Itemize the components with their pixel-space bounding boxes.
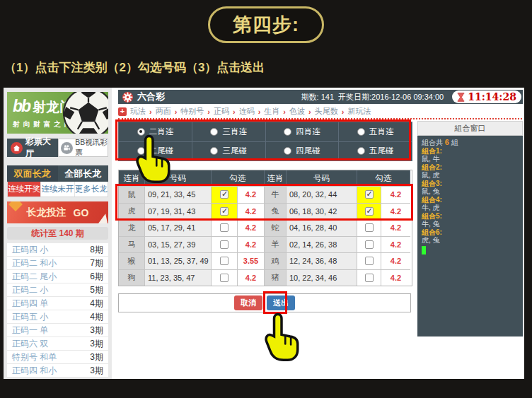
col-header: 号码 [145,170,212,186]
checkbox-icon[interactable] [365,274,374,282]
checkbox-icon[interactable] [365,223,374,232]
tab-two-side-dragon[interactable]: 双面长龙 [7,165,58,182]
checkbox-cell[interactable] [357,269,381,286]
bettype-5-zodiac[interactable]: 五肖连 [339,122,412,141]
checkbox-cell[interactable] [212,236,238,253]
checkbox-icon[interactable] [220,223,229,232]
odds-cell: 4.2 [238,219,265,236]
dragon-tabs: 双面长龙 全部长龙 [7,165,108,182]
dragon-subtabs: 连续开奖 连续未开 更多长龙 [7,182,108,197]
countdown-timer: 11:14:28 [452,90,521,103]
bettype-3-zodiac[interactable]: 三肖连 [192,122,265,141]
crumb-special[interactable]: 特别号 [180,106,204,117]
streak-count: 8期 [90,244,103,256]
checkbox-cell[interactable] [212,269,238,286]
odds-cell: 4.2 [381,203,410,220]
checkbox-icon[interactable] [220,240,229,249]
streak-count: 3期 [90,365,103,377]
timer-value: 11:14:28 [468,91,516,103]
streak-count: 3期 [90,351,103,363]
streak-row[interactable]: 正码五 小4期 [7,310,108,324]
submit-button[interactable]: 送出 [267,295,295,310]
odds-cell: 4.2 [381,219,410,236]
radio-icon[interactable] [284,128,291,136]
bettype-2-zodiac[interactable]: 二肖连 [119,122,192,141]
streak-row[interactable]: 特别号 和单3期 [7,351,108,364]
checkbox-cell[interactable] [212,252,238,269]
radio-icon[interactable] [137,147,145,155]
checkbox-cell[interactable] [212,203,238,220]
checkbox-icon[interactable] [220,274,229,282]
zodiac-cell: 羊 [265,236,287,253]
combo-label: 組合4: [422,196,519,204]
tab-all-dragon[interactable]: 全部长龙 [58,165,109,182]
streak-count: 4期 [90,298,103,310]
soccer-ball-icon [62,92,108,134]
crumb-zhengma[interactable]: 正码 [214,106,229,117]
streak-row[interactable]: 正码一 单3期 [7,324,108,337]
bettype-4-zodiac[interactable]: 四肖连 [266,122,339,141]
radio-icon[interactable] [137,128,145,136]
radio-icon[interactable] [357,147,365,155]
checkbox-cell[interactable] [357,219,381,236]
subtab-more-dragon[interactable]: 更多长龙 [74,182,108,197]
dragon-bet-banner[interactable]: 长龙投注 GO [7,201,108,223]
crumb-zodiac[interactable]: 生肖 [264,106,279,117]
cancel-button[interactable]: 取消 [234,295,262,310]
streak-row[interactable]: 正码四 单4期 [7,297,108,310]
crumb-two-sides[interactable]: 两面 [156,106,171,117]
checkbox-cell[interactable] [357,236,381,253]
zodiac-cell: 虎 [119,203,145,220]
streak-count: 3期 [90,338,103,350]
streak-row[interactable]: 正码六 双3期 [7,337,108,351]
checkbox-cell[interactable] [212,186,238,203]
odds-cell: 4.2 [238,186,265,203]
combo-label: 組合5: [422,212,519,221]
streak-name: 正码一 单 [12,324,48,336]
checkbox-cell[interactable] [212,219,238,236]
streak-row[interactable]: 正码二 尾小6期 [7,270,108,283]
zodiac-cell: 鼠 [119,186,145,203]
streak-row[interactable]: 正码二 和小7期 [7,257,108,270]
crumb-lianma[interactable]: 连码 [239,106,255,117]
checkbox-cell[interactable] [357,203,381,220]
checkbox-icon[interactable] [365,240,374,249]
crumb-colorwave[interactable]: 色波 [289,106,305,117]
streak-row[interactable]: 正码二 小5期 [7,283,108,297]
subtab-consecutive-open[interactable]: 连续开奖 [8,182,40,197]
streak-count: 4期 [90,311,103,323]
bettype-4-tail[interactable]: 四尾碰 [266,142,339,161]
checkbox-icon[interactable] [220,257,229,265]
checkbox-icon[interactable] [365,207,374,216]
checkbox-icon[interactable] [365,190,374,199]
combo-value: 鼠, 兔 [422,187,519,196]
lottery-hall-button[interactable]: 彩票大厅 [7,139,58,157]
bettype-3-tail[interactable]: 三尾碰 [192,142,265,161]
streak-row[interactable]: 正码四 和小3期 [7,364,108,377]
checkbox-cell[interactable] [357,186,381,203]
numbers-cell: 01, 13, 25, 37, 49 [145,252,212,269]
crumb-playtype[interactable]: 玩法 [130,106,146,117]
radio-icon[interactable] [210,128,218,136]
divider-dotted [118,118,522,119]
combo-summary: 組合共 6 組 [422,139,519,147]
game-title: 六合彩 [137,90,165,103]
radio-icon[interactable] [210,147,218,155]
numbers-cell: 10, 22, 34, 46 [287,269,357,286]
subtab-consecutive-closed[interactable]: 连续未开 [40,182,74,197]
bb-video-lottery-button[interactable]: BB视讯彩票 [58,139,108,157]
radio-icon[interactable] [284,147,291,155]
checkbox-icon[interactable] [220,207,229,216]
crumb-newplay[interactable]: 新玩法 [347,106,371,117]
streak-row[interactable]: 正码四 小8期 [7,243,108,257]
checkbox-icon[interactable] [365,257,374,265]
checkbox-icon[interactable] [220,190,229,199]
numbers-cell: 02, 14, 26, 38 [287,236,357,253]
streak-name: 正码四 单 [12,298,48,310]
combo-label: 組合3: [422,180,519,188]
bettype-2-tail[interactable]: 二尾碰 [119,142,192,161]
checkbox-cell[interactable] [357,252,381,269]
radio-icon[interactable] [357,128,365,136]
bettype-5-tail[interactable]: 五尾碰 [339,142,412,161]
crumb-headtail[interactable]: 头尾数 [315,106,338,117]
